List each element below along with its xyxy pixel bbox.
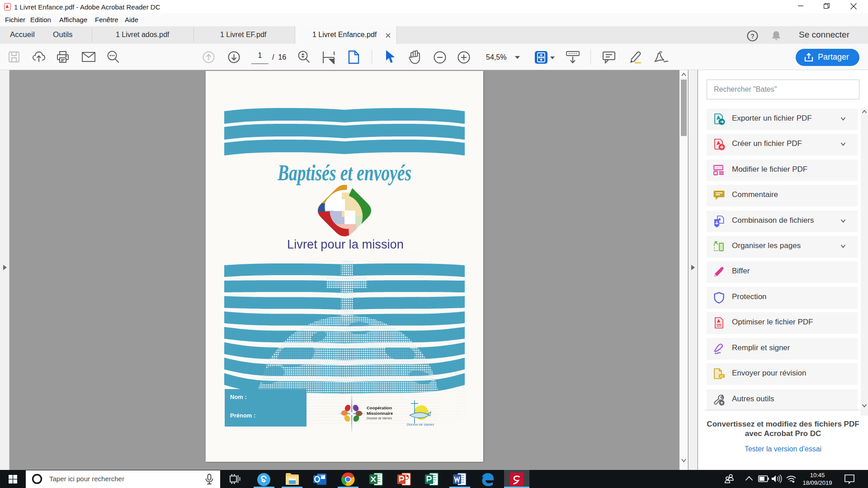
svg-text:Baptisés et envoyés: Baptisés et envoyés <box>277 160 411 185</box>
svg-text:Nom :: Nom : <box>230 394 247 400</box>
svg-text:Livret pour la mission: Livret pour la mission <box>287 238 404 251</box>
svg-text:Diocèse de Vannes: Diocèse de Vannes <box>367 417 392 420</box>
svg-text:Missionnaire: Missionnaire <box>367 411 393 416</box>
svg-text:Coopération: Coopération <box>367 405 392 410</box>
svg-text:Diocèse de Vannes: Diocèse de Vannes <box>407 423 434 426</box>
svg-text:Prénom :: Prénom : <box>230 412 255 419</box>
svg-text:?: ? <box>750 33 755 40</box>
